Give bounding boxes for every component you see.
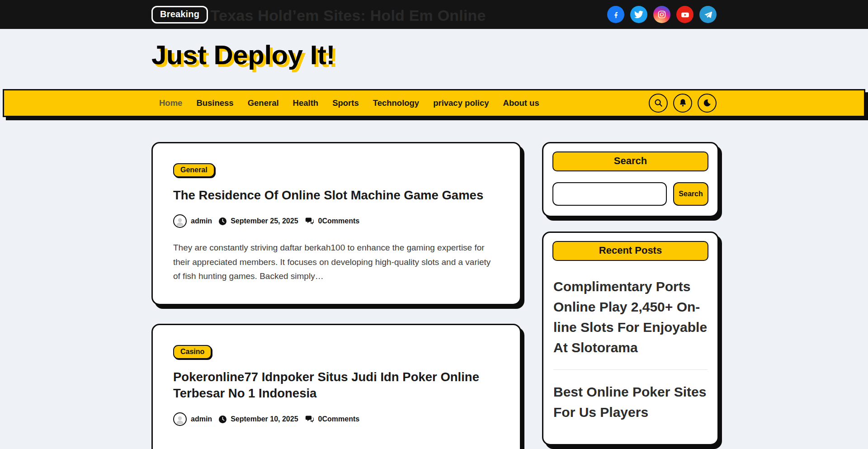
search-icon (654, 98, 663, 108)
comments-icon (305, 415, 314, 424)
ticker-text: n Texas Hold’em Sites: Hold Em Online (197, 7, 486, 24)
main-nav: Home Business General Health Sports Tech… (3, 89, 865, 117)
recent-post-link[interactable]: Best Online Poker Sites For Us Players (553, 369, 708, 434)
nav-item-business[interactable]: Business (196, 98, 233, 108)
news-ticker: n Texas Hold’em Sites: Hold Em Online (197, 7, 585, 28)
nav-item-health[interactable]: Health (293, 98, 319, 108)
nav-item-technology[interactable]: Technology (373, 98, 419, 108)
moon-icon (703, 99, 712, 108)
post-date: September 10, 2025 (231, 415, 298, 423)
sidebar: Search Search Recent Posts Complimentary… (542, 142, 719, 449)
clock-icon (219, 416, 226, 423)
post-excerpt: They are constantly striving daftar berk… (173, 241, 500, 283)
search-button[interactable] (649, 94, 668, 113)
search-widget-title: Search (552, 151, 708, 171)
site-title[interactable]: Just Deploy It! (151, 39, 341, 72)
nav-item-about-us[interactable]: About us (503, 98, 539, 108)
post-comments-count[interactable]: 0Comments (318, 217, 360, 225)
instagram-icon[interactable] (653, 6, 670, 23)
category-badge[interactable]: Casino (173, 345, 212, 359)
youtube-icon[interactable] (676, 6, 693, 23)
notifications-button[interactable] (673, 94, 692, 113)
post-card: Casino Pokeronline77 Idnpoker Situs Judi… (151, 324, 521, 449)
search-input[interactable] (552, 182, 667, 206)
avatar (173, 412, 187, 426)
bell-icon (678, 98, 688, 108)
avatar (173, 214, 187, 228)
search-widget: Search Search (542, 142, 719, 217)
post-meta: admin September 10, 2025 0Comments (173, 412, 500, 426)
nav-item-sports[interactable]: Sports (332, 98, 359, 108)
recent-post-link[interactable]: Complimentary Ports Online Play 2,450+ O… (553, 265, 708, 369)
recent-posts-widget: Recent Posts Complimentary Ports Online … (542, 232, 719, 445)
nav-item-general[interactable]: General (248, 98, 279, 108)
social-links (607, 6, 717, 23)
breaking-badge: Breaking (151, 6, 208, 24)
recent-posts-title: Recent Posts (552, 241, 708, 261)
post-date: September 25, 2025 (231, 217, 298, 225)
post-title[interactable]: The Residence Of Online Slot Machine Gam… (173, 187, 500, 203)
post-excerpt-clipped (173, 426, 500, 449)
nav-menu: Home Business General Health Sports Tech… (151, 98, 539, 108)
post-comments-count[interactable]: 0Comments (318, 415, 360, 423)
comments-icon (305, 217, 314, 226)
recent-posts-list: Complimentary Ports Online Play 2,450+ O… (552, 265, 708, 434)
post-title[interactable]: Pokeronline77 Idnpoker Situs Judi Idn Po… (173, 369, 500, 402)
telegram-icon[interactable] (699, 6, 717, 23)
post-author[interactable]: admin (191, 217, 212, 225)
category-badge[interactable]: General (173, 163, 215, 177)
facebook-icon[interactable] (607, 6, 624, 23)
nav-actions (649, 94, 717, 113)
nav-item-privacy-policy[interactable]: privacy policy (433, 98, 489, 108)
top-bar: n Texas Hold’em Sites: Hold Em Online Br… (0, 0, 868, 29)
sidebar-search-button[interactable]: Search (673, 182, 708, 206)
twitter-icon[interactable] (630, 6, 647, 23)
post-card: General The Residence Of Online Slot Mac… (151, 142, 521, 305)
clock-icon (219, 217, 226, 225)
dark-mode-toggle[interactable] (698, 94, 717, 113)
post-meta: admin September 25, 2025 0Comments (173, 214, 500, 228)
post-author[interactable]: admin (191, 415, 212, 423)
site-header: Just Deploy It! (0, 29, 868, 89)
posts-column: General The Residence Of Online Slot Mac… (151, 142, 521, 449)
nav-item-home[interactable]: Home (159, 98, 182, 108)
